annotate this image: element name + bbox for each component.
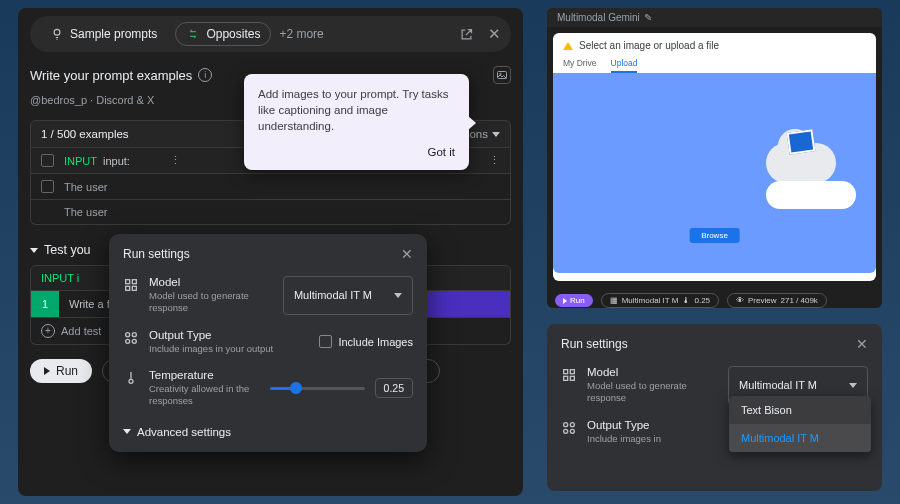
run-settings-panel: Run settings ✕ Model Model used to gener… xyxy=(547,324,882,491)
test-row-number: 1 xyxy=(31,291,59,317)
file-picker-dialog: Select an image or upload a file My Driv… xyxy=(553,33,876,281)
lightbulb-icon xyxy=(50,27,64,41)
svg-point-15 xyxy=(132,339,136,343)
mini-footer: Run ▦ Multimodal IT M 🌡 0.25 👁 Preview 2… xyxy=(547,287,882,308)
output-type-sublabel: Include images in your output xyxy=(149,343,309,355)
model-select[interactable]: Multimodal IT M xyxy=(283,276,413,315)
svg-point-21 xyxy=(564,422,568,426)
eye-icon: 👁 xyxy=(736,296,744,305)
dialog-title: Select an image or upload a file xyxy=(579,40,719,51)
test-section-title: Test you xyxy=(44,243,91,257)
include-images-checkbox[interactable]: Include Images xyxy=(319,329,413,355)
row-input-text: The user xyxy=(64,181,107,193)
temperature-label: Temperature xyxy=(149,369,260,381)
advanced-settings-toggle[interactable]: Advanced settings xyxy=(123,422,413,442)
svg-point-14 xyxy=(126,339,130,343)
chevron-down-icon xyxy=(30,248,38,253)
panel-title: Run settings xyxy=(561,337,628,351)
sample-prompts-chip[interactable]: Sample prompts xyxy=(40,23,167,45)
drive-icon xyxy=(563,42,573,50)
edit-icon[interactable]: ✎ xyxy=(644,12,652,23)
table-row[interactable]: The user xyxy=(30,174,511,200)
plus-icon: + xyxy=(41,324,55,338)
chip-label: Sample prompts xyxy=(70,27,157,41)
cloud-icon xyxy=(766,181,856,209)
kebab-icon[interactable]: ⋮ xyxy=(489,154,500,167)
document-icon xyxy=(787,129,816,154)
play-icon xyxy=(563,298,567,304)
run-button[interactable]: Run xyxy=(555,294,593,307)
temperature-sublabel: Creativity allowed in the responses xyxy=(149,383,260,408)
input-column-header: INPUT xyxy=(64,155,97,167)
play-icon xyxy=(44,367,50,375)
chevron-down-icon xyxy=(492,132,500,137)
insert-image-button[interactable] xyxy=(493,66,511,84)
row-checkbox[interactable] xyxy=(41,180,54,193)
swap-icon xyxy=(186,27,200,41)
open-external-icon[interactable] xyxy=(459,27,474,42)
more-chips-count[interactable]: +2 more xyxy=(279,27,323,41)
svg-rect-19 xyxy=(564,376,568,380)
onboarding-tooltip: Add images to your prompt. Try tasks lik… xyxy=(244,74,469,170)
input-column-name: input: xyxy=(103,155,130,167)
svg-point-22 xyxy=(570,422,574,426)
row-input-text: The user xyxy=(64,206,107,218)
chevron-down-icon xyxy=(123,429,131,434)
upload-dropzone[interactable]: Browse xyxy=(553,73,876,273)
svg-rect-11 xyxy=(132,286,136,290)
temperature-value[interactable]: 0.25 xyxy=(375,378,413,398)
thermometer-icon xyxy=(123,370,139,386)
svg-point-24 xyxy=(570,429,574,433)
tab-my-drive[interactable]: My Drive xyxy=(563,58,597,73)
model-label: Model xyxy=(587,366,718,378)
close-icon[interactable]: ✕ xyxy=(488,25,501,43)
info-icon[interactable]: i xyxy=(198,68,212,82)
close-icon[interactable]: ✕ xyxy=(401,246,413,262)
model-pill[interactable]: ▦ Multimodal IT M 🌡 0.25 xyxy=(601,293,719,308)
model-select[interactable]: Multimodal IT M Text Bison Multimodal IT… xyxy=(728,366,868,405)
panel-title: Multimodal Gemini xyxy=(557,12,640,23)
svg-rect-9 xyxy=(132,280,136,284)
svg-rect-20 xyxy=(570,376,574,380)
chevron-down-icon xyxy=(394,293,402,298)
tooltip-body: Add images to your prompt. Try tasks lik… xyxy=(258,86,455,134)
opposites-chip[interactable]: Opposites xyxy=(175,22,271,46)
output-type-label: Output Type xyxy=(149,329,309,341)
svg-point-12 xyxy=(126,332,130,336)
chevron-down-icon xyxy=(849,383,857,388)
checkbox-icon xyxy=(319,335,332,348)
model-sublabel: Model used to generate response xyxy=(587,380,718,405)
browse-button[interactable]: Browse xyxy=(689,228,740,243)
test-input-header: INPUT i xyxy=(41,272,79,284)
grid-icon: ▦ xyxy=(610,296,618,305)
section-title: Write your prompt examples xyxy=(30,68,192,83)
svg-rect-18 xyxy=(570,370,574,374)
examples-count: 1 / 500 examples xyxy=(41,128,129,140)
run-settings-popover: Run settings ✕ Model Model used to gener… xyxy=(109,234,427,452)
close-icon[interactable]: ✕ xyxy=(856,336,868,352)
svg-point-16 xyxy=(129,379,133,383)
tooltip-dismiss-button[interactable]: Got it xyxy=(258,144,455,160)
tab-upload[interactable]: Upload xyxy=(611,58,638,73)
svg-point-23 xyxy=(564,429,568,433)
table-row[interactable]: The user xyxy=(30,200,511,225)
chip-row: Sample prompts Opposites +2 more ✕ xyxy=(30,16,511,52)
popover-title: Run settings xyxy=(123,247,190,261)
model-dropdown: Text Bison Multimodal IT M xyxy=(729,396,871,452)
model-sublabel: Model used to generate response xyxy=(149,290,273,315)
output-type-icon xyxy=(561,420,577,436)
model-label: Model xyxy=(149,276,273,288)
svg-rect-17 xyxy=(564,370,568,374)
grid-icon xyxy=(561,367,577,383)
kebab-icon[interactable]: ⋮ xyxy=(170,154,181,167)
dropdown-option[interactable]: Text Bison xyxy=(729,396,871,424)
chip-label: Opposites xyxy=(206,27,260,41)
svg-rect-8 xyxy=(126,280,130,284)
dropdown-option-selected[interactable]: Multimodal IT M xyxy=(729,424,871,452)
preview-pill[interactable]: 👁 Preview 271 / 409k xyxy=(727,293,827,308)
run-button[interactable]: Run xyxy=(30,359,92,383)
select-all-checkbox[interactable] xyxy=(41,154,54,167)
gemini-picker-panel: Multimodal Gemini ✎ Select an image or u… xyxy=(547,8,882,308)
output-type-icon xyxy=(123,330,139,346)
temperature-slider[interactable] xyxy=(270,381,365,395)
